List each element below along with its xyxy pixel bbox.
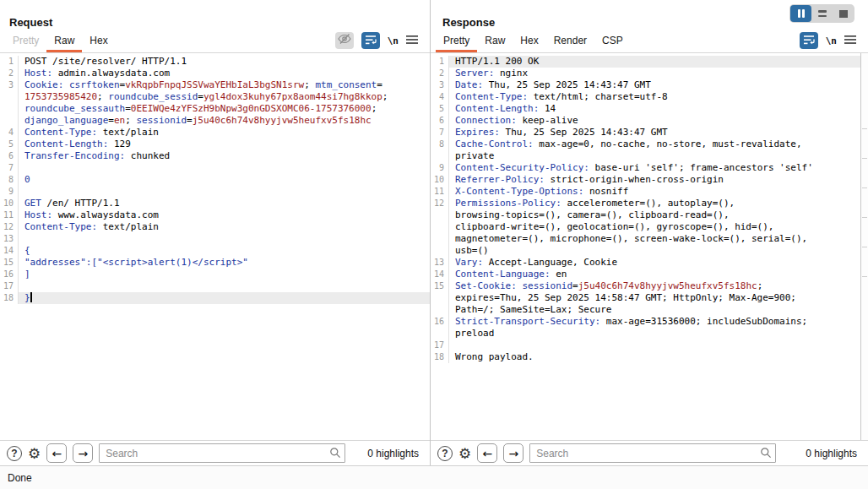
code-line: 9	[0, 186, 430, 198]
question-icon: ?	[442, 448, 448, 459]
help-button[interactable]: ?	[437, 446, 453, 461]
code-line: 15"addresses":["<script>alert(1)</script…	[0, 257, 430, 269]
tab-pretty[interactable]: Pretty	[436, 30, 477, 52]
tab-csp[interactable]: CSP	[594, 30, 631, 52]
hamburger-menu-icon	[406, 33, 418, 47]
response-scroll-gutter	[860, 53, 868, 440]
code-line: 7	[0, 162, 430, 174]
request-toolbar: \n	[335, 32, 418, 52]
code-line: 2Host: admin.alwaysdata.com	[0, 68, 430, 79]
search-settings-button[interactable]: ⚙	[458, 446, 471, 461]
columns-icon	[798, 9, 800, 18]
question-icon: ?	[11, 448, 17, 459]
code-line: roundcube_sessauth=0EEIWQe4zYFSzH9bNpw3g…	[0, 103, 430, 115]
code-line: 9Content-Security-Policy: base-uri 'self…	[431, 162, 860, 174]
request-search-bar: ? ⚙ ← → 0 highlights	[0, 440, 430, 465]
message-panels: Request PrettyRawHex \n	[0, 0, 868, 465]
editor-menu-button[interactable]	[406, 33, 418, 48]
newline-toggle-button[interactable]: \n	[388, 35, 399, 46]
previous-match-button[interactable]: ←	[477, 443, 497, 463]
response-editor[interactable]: 1HTTP/1.1 200 OK2Server: nginx3Date: Thu…	[431, 52, 868, 440]
response-tabs-row: PrettyRawHexRenderCSP \n	[431, 30, 868, 52]
gear-icon: ⚙	[28, 445, 41, 462]
layout-columns-button[interactable]	[790, 5, 811, 22]
tab-raw[interactable]: Raw	[477, 30, 513, 52]
arrow-left-icon: ←	[52, 447, 62, 460]
response-highlights-count: 0 highlights	[806, 448, 861, 459]
code-line: 12Permissions-Policy: accelerometer=(), …	[431, 198, 860, 209]
code-line: 80	[0, 174, 430, 186]
hide-nonprintable-button[interactable]	[335, 32, 354, 49]
response-search-field-wrap	[529, 443, 776, 463]
code-line: 18}	[0, 292, 430, 304]
status-text: Done	[8, 472, 32, 484]
next-match-button[interactable]: →	[73, 443, 93, 463]
code-line: 3Date: Thu, 25 Sep 2025 14:43:47 GMT	[431, 79, 860, 91]
code-line: 16]	[0, 269, 430, 280]
code-line: 1POST /site/resolver/ HTTP/1.1	[0, 56, 430, 68]
status-bar: Done	[0, 465, 868, 489]
arrow-left-icon: ←	[482, 447, 492, 460]
tab-raw[interactable]: Raw	[46, 30, 82, 52]
word-wrap-icon	[365, 33, 377, 48]
code-line: 12Content-Type: text/plain	[0, 221, 430, 233]
code-line: django_language=en; sessionid=j5u40c6h74…	[0, 115, 430, 127]
eye-slash-icon	[338, 33, 351, 48]
tab-hex[interactable]: Hex	[513, 30, 545, 52]
code-line: 1HTTP/1.1 200 OK	[431, 56, 860, 68]
word-wrap-icon	[803, 33, 815, 48]
hamburger-menu-icon	[844, 33, 856, 47]
newline-toggle-button[interactable]: \n	[826, 35, 837, 46]
code-line: 16Strict-Transport-Security: max-age=315…	[431, 316, 860, 328]
repeater-message-view: Request PrettyRawHex \n	[0, 0, 868, 489]
code-line: clipboard-write=(), geolocation=(), gyro…	[431, 221, 860, 233]
editor-menu-button[interactable]	[844, 33, 856, 48]
tab-pretty[interactable]: Pretty	[5, 30, 46, 52]
next-match-button[interactable]: →	[503, 443, 524, 463]
response-toolbar: \n	[800, 32, 856, 52]
tab-render[interactable]: Render	[546, 30, 594, 52]
code-line: 3Cookie: csrftoken=vkRqpbFnpqJSSVwaYEHbI…	[0, 79, 430, 91]
help-button[interactable]: ?	[7, 446, 22, 461]
response-search-input[interactable]	[529, 443, 776, 463]
layout-single-button[interactable]	[833, 5, 854, 22]
code-line: 5Content-Length: 129	[0, 139, 430, 150]
single-pane-icon	[839, 10, 848, 18]
tab-hex[interactable]: Hex	[82, 30, 115, 52]
request-panel-title: Request	[0, 0, 430, 30]
code-line: private	[431, 150, 860, 162]
code-line: usb=()	[431, 245, 860, 257]
code-line: 14{	[0, 245, 430, 257]
code-line: expires=Thu, 25 Sep 2025 14:58:47 GMT; H…	[431, 292, 860, 304]
code-line: 1753735985420; roundcube_sessid=ygl4dox3…	[0, 91, 430, 103]
code-line: 15Set-Cookie: sessionid=j5u40c6h74v8hyyj…	[431, 280, 860, 292]
code-line: 17	[431, 340, 860, 351]
request-editor-lines: 1POST /site/resolver/ HTTP/1.12Host: adm…	[0, 56, 430, 304]
code-line: 17	[0, 280, 430, 292]
request-tabs-row: PrettyRawHex \n	[0, 30, 430, 52]
word-wrap-button[interactable]	[800, 32, 818, 49]
code-line: 6Transfer-Encoding: chunked	[0, 150, 430, 162]
previous-match-button[interactable]: ←	[46, 443, 67, 463]
code-line: 6Connection: keep-alive	[431, 115, 860, 127]
rows-icon	[818, 10, 827, 17]
request-tabs: PrettyRawHex	[5, 30, 116, 52]
word-wrap-button[interactable]	[361, 32, 380, 49]
request-panel: Request PrettyRawHex \n	[0, 0, 431, 465]
response-search-bar: ? ⚙ ← → 0 highlights	[431, 440, 868, 465]
search-settings-button[interactable]: ⚙	[28, 446, 41, 461]
gear-icon: ⚙	[458, 445, 471, 462]
code-line: 18Wrong payload.	[431, 351, 860, 363]
code-line: 10Referrer-Policy: strict-origin-when-cr…	[431, 174, 860, 186]
code-line: 13	[0, 233, 430, 245]
code-line: 11Host: www.alwaysdata.com	[0, 209, 430, 221]
request-editor[interactable]: 1POST /site/resolver/ HTTP/1.12Host: adm…	[0, 52, 430, 440]
code-line: 4Content-Type: text/plain	[0, 127, 430, 139]
request-search-input[interactable]	[99, 443, 345, 463]
layout-rows-button[interactable]	[811, 5, 833, 22]
code-line: browsing-topics=(), camera=(), clipboard…	[431, 209, 860, 221]
code-line: 2Server: nginx	[431, 68, 860, 79]
code-line: 5Content-Length: 14	[431, 103, 860, 115]
request-search-field-wrap	[99, 443, 345, 463]
text-cursor	[30, 292, 32, 302]
